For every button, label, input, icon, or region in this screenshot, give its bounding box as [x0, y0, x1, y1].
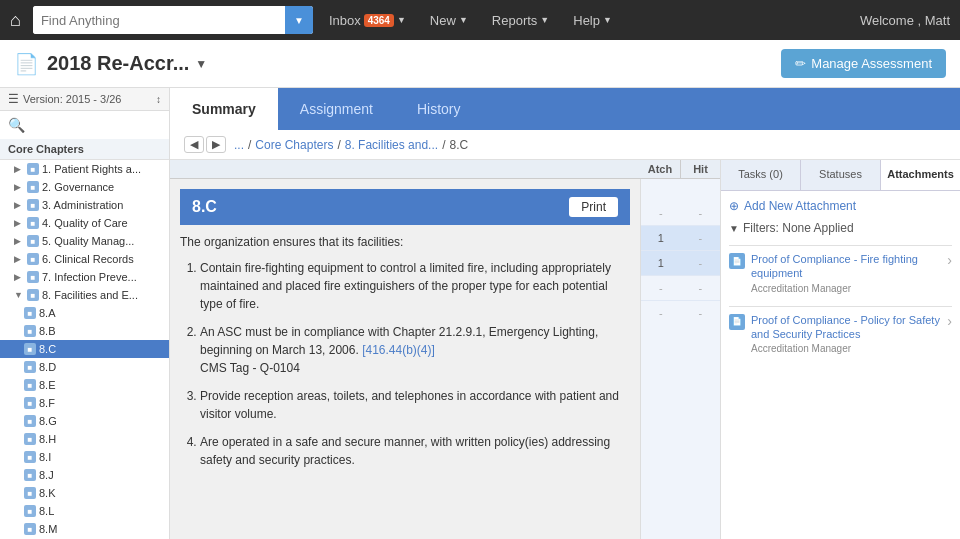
- filter-caret-icon[interactable]: ▼: [729, 223, 739, 234]
- filter-label: Filters: None Applied: [743, 221, 854, 235]
- breadcrumb-ellipsis[interactable]: ...: [234, 138, 244, 152]
- hit-val: -: [681, 307, 721, 319]
- sidebar-item-8m[interactable]: ■ 8.M: [0, 520, 169, 538]
- list-item-text: Contain fire-fighting equipment to contr…: [200, 261, 611, 311]
- inbox-label: Inbox: [329, 13, 361, 28]
- add-attachment-button[interactable]: ⊕ Add New Attachment: [729, 199, 952, 213]
- item-icon: ■: [27, 253, 39, 265]
- sidebar-item-label: 8.A: [39, 307, 163, 319]
- breadcrumb-facilities[interactable]: 8. Facilities and...: [345, 138, 438, 152]
- sidebar-item-facilities[interactable]: ▼ ■ 8. Facilities and E...: [0, 286, 169, 304]
- sidebar-item-8h[interactable]: ■ 8.H: [0, 430, 169, 448]
- main-layout: ☰ Version: 2015 - 3/26 ↕ 🔍 Core Chapters…: [0, 88, 960, 539]
- sidebar-item-governance[interactable]: ▶ ■ 2. Governance: [0, 178, 169, 196]
- manage-assessment-button[interactable]: ✏ Manage Assessment: [781, 49, 946, 78]
- sidebar-item-8b[interactable]: ■ 8.B: [0, 322, 169, 340]
- sidebar-item-8c[interactable]: ■ 8.C: [0, 340, 169, 358]
- tab-history[interactable]: History: [395, 88, 483, 130]
- sidebar-item-administration[interactable]: ▶ ■ 3. Administration: [0, 196, 169, 214]
- sidebar-item-label: 6. Clinical Records: [42, 253, 163, 265]
- item-icon: ■: [27, 271, 39, 283]
- sidebar-item-label: 1. Patient Rights a...: [42, 163, 163, 175]
- tab-statuses[interactable]: Statuses: [801, 160, 881, 190]
- tab-assignment[interactable]: Assignment: [278, 88, 395, 130]
- breadcrumb: ◀ ▶ ... / Core Chapters / 8. Facilities …: [170, 130, 960, 160]
- chapter-main-content: 8.C Print The organization ensures that …: [170, 179, 640, 539]
- help-nav-item[interactable]: Help ▼: [565, 13, 620, 28]
- attachment-item-2: 📄 Proof of Compliance - Policy for Safet…: [729, 313, 952, 355]
- item-icon: ■: [24, 379, 36, 391]
- print-button[interactable]: Print: [569, 197, 618, 217]
- caret-icon: ▼: [14, 290, 24, 300]
- hit-column-header: Hit: [680, 160, 720, 178]
- breadcrumb-prev-button[interactable]: ◀: [184, 136, 204, 153]
- right-panel-body: ⊕ Add New Attachment ▼ Filters: None App…: [721, 191, 960, 539]
- search-input[interactable]: [33, 6, 285, 34]
- sidebar-item-8a[interactable]: ■ 8.A: [0, 304, 169, 322]
- atch-hit-row: 1 -: [641, 226, 720, 251]
- item-icon: ■: [27, 289, 39, 301]
- sidebar-item-8k[interactable]: ■ 8.K: [0, 484, 169, 502]
- item-icon: ■: [24, 307, 36, 319]
- atch-hit-row: 1 -: [641, 251, 720, 276]
- sidebar-item-quality-mgmt[interactable]: ▶ ■ 5. Quality Manag...: [0, 232, 169, 250]
- sidebar-item-8i[interactable]: ■ 8.I: [0, 448, 169, 466]
- chapter-spacer: [170, 160, 640, 178]
- sidebar-item-8j[interactable]: ■ 8.J: [0, 466, 169, 484]
- sidebar-item-clinical-records[interactable]: ▶ ■ 6. Clinical Records: [0, 250, 169, 268]
- inbox-nav-item[interactable]: Inbox 4364 ▼: [321, 13, 414, 28]
- help-caret-icon: ▼: [603, 15, 612, 25]
- sidebar-item-label: 8.M: [39, 523, 163, 535]
- sidebar-item-8g[interactable]: ■ 8.G: [0, 412, 169, 430]
- chapter-wrapper: Atch Hit 8.C Print The organization ensu…: [170, 160, 720, 539]
- home-icon[interactable]: ⌂: [10, 10, 21, 31]
- sidebar-menu-icon[interactable]: ☰: [8, 92, 19, 106]
- tab-tasks[interactable]: Tasks (0): [721, 160, 801, 190]
- attachment-title[interactable]: Proof of Compliance - Policy for Safety …: [751, 313, 952, 342]
- title-dropdown-icon[interactable]: ▼: [195, 57, 207, 71]
- attachment-arrow-icon[interactable]: ›: [947, 252, 952, 268]
- sidebar-item-8e[interactable]: ■ 8.E: [0, 376, 169, 394]
- search-dropdown-button[interactable]: ▼: [285, 6, 313, 34]
- new-nav-item[interactable]: New ▼: [422, 13, 476, 28]
- atch-hit-values: - - 1 - 1 - -: [640, 179, 720, 539]
- attachment-doc-icon: 📄: [729, 253, 745, 269]
- sidebar-item-8d[interactable]: ■ 8.D: [0, 358, 169, 376]
- chapter-with-columns: Atch Hit 8.C Print The organization ensu…: [170, 160, 720, 539]
- sidebar-item-patient-rights[interactable]: ▶ ■ 1. Patient Rights a...: [0, 160, 169, 178]
- item-icon: ■: [24, 523, 36, 535]
- tab-summary[interactable]: Summary: [170, 88, 278, 130]
- caret-icon: ▶: [14, 200, 24, 210]
- attachment-arrow-icon[interactable]: ›: [947, 313, 952, 329]
- sidebar-item-8l[interactable]: ■ 8.L: [0, 502, 169, 520]
- chapter-header: 8.C Print: [180, 189, 630, 225]
- list-item: An ASC must be in compliance with Chapte…: [200, 323, 630, 377]
- hit-val: -: [681, 282, 721, 294]
- breadcrumb-separator: /: [442, 138, 445, 152]
- sidebar-item-label: 7. Infection Preve...: [42, 271, 163, 283]
- item-icon: ■: [24, 433, 36, 445]
- attachment-title[interactable]: Proof of Compliance - Fire fighting equi…: [751, 252, 952, 281]
- breadcrumb-core-chapters[interactable]: Core Chapters: [255, 138, 333, 152]
- atch-hit-row: - -: [641, 179, 720, 226]
- emergency-lighting-link[interactable]: [416.44(b)(4)]: [362, 343, 435, 357]
- sidebar-item-quality-care[interactable]: ▶ ■ 4. Quality of Care: [0, 214, 169, 232]
- right-panel: Tasks (0) Statuses Attachments ⊕ Add New…: [720, 160, 960, 539]
- breadcrumb-next-button[interactable]: ▶: [206, 136, 226, 153]
- sidebar-item-label: 8.F: [39, 397, 163, 409]
- caret-icon: ▶: [14, 236, 24, 246]
- item-icon: ■: [24, 361, 36, 373]
- divider: [729, 306, 952, 307]
- attachment-text: Proof of Compliance - Policy for Safety …: [751, 313, 952, 355]
- chapter-intro: The organization ensures that its facili…: [180, 235, 630, 249]
- sidebar-item-infection[interactable]: ▶ ■ 7. Infection Preve...: [0, 268, 169, 286]
- sidebar-item-label: 8.E: [39, 379, 163, 391]
- content-body: Atch Hit 8.C Print The organization ensu…: [170, 160, 960, 539]
- sidebar-search-icon[interactable]: 🔍: [0, 111, 169, 139]
- tab-attachments[interactable]: Attachments: [881, 160, 960, 190]
- reports-nav-item[interactable]: Reports ▼: [484, 13, 557, 28]
- item-icon: ■: [27, 163, 39, 175]
- sidebar-item-8f[interactable]: ■ 8.F: [0, 394, 169, 412]
- filter-row: ▼ Filters: None Applied: [729, 221, 952, 235]
- right-tab-bar: Tasks (0) Statuses Attachments: [721, 160, 960, 191]
